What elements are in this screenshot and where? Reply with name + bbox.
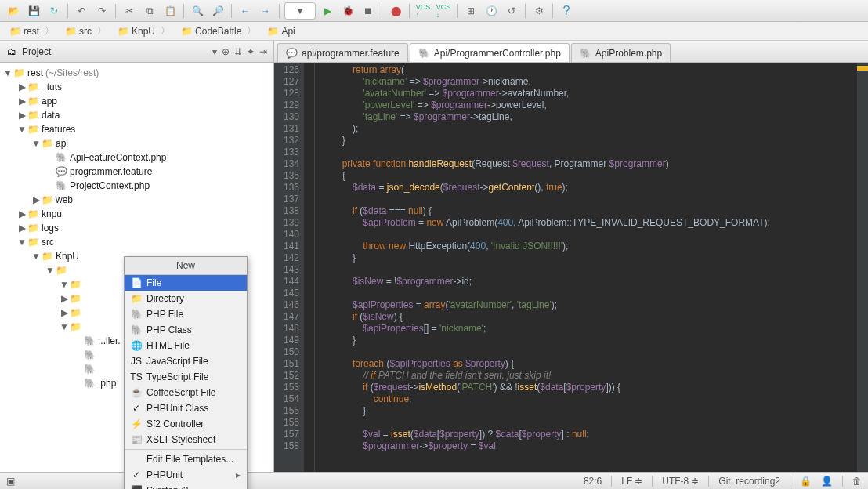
replace-icon[interactable]: 🔎 (209, 2, 226, 20)
tab-api-programmer-feature[interactable]: 💬api/programmer.feature (277, 43, 408, 62)
expand-arrow-icon[interactable]: ▶ (17, 208, 27, 219)
tab-label: api/programmer.feature (302, 48, 400, 59)
open-folder-icon[interactable]: 📂 (5, 2, 22, 20)
tree-item[interactable]: ▶📁app (0, 94, 273, 108)
tree-item[interactable]: 🐘ProjectContext.php (0, 179, 273, 193)
settings-icon[interactable]: ⚙ (530, 2, 548, 20)
expand-arrow-icon[interactable]: ▼ (17, 124, 27, 135)
tree-label: ...ller. (98, 335, 121, 346)
diff-icon[interactable]: ⊞ (462, 2, 479, 20)
tree-item[interactable]: ▼📁features (0, 122, 273, 136)
breadcrumb-src[interactable]: 📁 src〉 (60, 23, 111, 39)
vcs-up-icon[interactable]: VCS↑ (414, 2, 432, 20)
menu-item-html-file[interactable]: 🌐HTML File (125, 338, 247, 353)
lock-icon[interactable]: 🔒 (800, 476, 812, 487)
debug-icon[interactable]: 🐞 (339, 2, 356, 20)
phpunit-icon: ✓ (131, 403, 142, 414)
expand-arrow-icon[interactable]: ▼ (60, 279, 69, 290)
tree-item[interactable]: ▶📁web (0, 193, 273, 207)
menu-item-label: Directory (146, 293, 184, 304)
tree-label: rest (27, 67, 43, 78)
main-toolbar: 📂 💾 ↻ ↶ ↷ ✂ ⧉ 📋 🔍 🔎 ← → ▾ ▶ 🐞 ⏹ ⬤ VCS↑ V… (0, 0, 868, 22)
expand-arrow-icon[interactable]: ▶ (17, 96, 27, 107)
menu-item-sf2-controller[interactable]: ⚡Sf2 Controller (125, 416, 247, 432)
git-branch[interactable]: Git: recording2 (718, 476, 780, 487)
tree-item[interactable]: 💬programmer.feature (0, 165, 273, 179)
project-icon: 🗂 (6, 46, 17, 57)
tool-window-icon[interactable]: ▣ (6, 476, 15, 487)
menu-item-phpunit-class[interactable]: ✓PHPUnit Class (125, 400, 247, 416)
expand-arrow-icon[interactable]: ▶ (17, 223, 27, 234)
copy-icon[interactable]: ⧉ (141, 2, 158, 20)
forward-icon[interactable]: → (257, 2, 274, 20)
back-icon[interactable]: ← (237, 2, 254, 20)
blank-icon (131, 454, 142, 465)
cut-icon[interactable]: ✂ (121, 2, 138, 20)
locate-icon[interactable]: ⊕ (222, 46, 230, 57)
expand-arrow-icon[interactable]: ▼ (17, 237, 27, 248)
expand-arrow-icon[interactable]: ▼ (45, 265, 55, 276)
tree-item[interactable]: ▼📁src (0, 235, 273, 249)
expand-arrow-icon[interactable]: ▶ (17, 82, 27, 92)
tree-item[interactable]: ▼📁rest (~/Sites/rest) (0, 66, 273, 80)
menu-item-typescript-file[interactable]: TSTypeScript File (125, 369, 247, 385)
find-icon[interactable]: 🔍 (189, 2, 206, 20)
breakpoint-icon[interactable]: ⬤ (387, 2, 404, 20)
expand-arrow-icon[interactable]: ▶ (60, 293, 69, 304)
redo-icon[interactable]: ↷ (93, 2, 110, 20)
dropdown-icon[interactable]: ▾ (212, 46, 217, 57)
menu-item-directory[interactable]: 📁Directory (125, 291, 247, 306)
stop-icon[interactable]: ⏹ (360, 2, 377, 20)
code-editor[interactable]: 1261271281291301311321331341351361371381… (274, 63, 868, 472)
expand-arrow-icon[interactable]: ▶ (17, 110, 27, 121)
tab-apiproblem-php[interactable]: 🐘ApiProblem.php (571, 43, 671, 62)
tree-item[interactable]: 🐘ApiFeatureContext.php (0, 150, 273, 165)
line-separator[interactable]: LF ≑ (621, 476, 642, 487)
menu-item-symfony2[interactable]: ⬛Symfony2▸ (125, 483, 247, 489)
breadcrumb-rest[interactable]: 📁 rest〉 (5, 23, 59, 39)
tree-item[interactable]: ▶📁_tuts (0, 80, 273, 94)
expand-arrow-icon[interactable]: ▶ (31, 194, 41, 205)
tree-item[interactable]: ▼📁api (0, 136, 273, 150)
menu-item-coffeescript-file[interactable]: ☕CoffeeScript File (125, 385, 247, 400)
vcs-down-icon[interactable]: VCS↓ (435, 2, 452, 20)
expand-arrow-icon[interactable]: ▶ (60, 307, 69, 318)
menu-item-edit-file-templates-[interactable]: Edit File Templates... (125, 451, 247, 467)
breadcrumb-api[interactable]: 📁 Api (262, 24, 299, 38)
menu-item-javascript-file[interactable]: JSJavaScript File (125, 353, 247, 369)
expand-arrow-icon[interactable]: ▼ (31, 251, 41, 262)
refresh-icon[interactable]: ↻ (45, 2, 63, 20)
encoding[interactable]: UTF-8 ≑ (662, 476, 699, 487)
hide-icon[interactable]: ⇥ (259, 46, 267, 57)
menu-item-file[interactable]: 📄File (125, 275, 247, 291)
menu-item-php-file[interactable]: 🐘PHP File (125, 306, 247, 322)
breadcrumb-knpu[interactable]: 📁 KnpU〉 (113, 23, 175, 39)
menu-item-label: JavaScript File (146, 356, 208, 367)
menu-item-xslt-stylesheet[interactable]: 📰XSLT Stylesheet (125, 432, 247, 447)
gear-icon[interactable]: ✦ (247, 46, 255, 57)
tree-label: app (42, 96, 57, 107)
tree-item[interactable]: ▶📁data (0, 108, 273, 122)
tab-api-programmercontroller-php[interactable]: 🐘Api/ProgrammerController.php (410, 43, 570, 62)
undo-icon[interactable]: ↶ (73, 2, 90, 20)
expand-arrow-icon[interactable]: ▼ (60, 321, 69, 332)
trash-icon[interactable]: 🗑 (852, 476, 862, 487)
tree-item[interactable]: ▶📁logs (0, 221, 273, 235)
code-content[interactable]: return array( 'nickname' => $programmer-… (315, 63, 857, 472)
breadcrumb-codebattle[interactable]: 📁 CodeBattle〉 (176, 23, 261, 39)
run-config-dropdown[interactable]: ▾ (284, 2, 316, 20)
expand-arrow-icon[interactable]: ▼ (3, 67, 13, 78)
help-icon[interactable]: ? (558, 2, 575, 20)
menu-item-php-class[interactable]: 🐘PHP Class (125, 322, 247, 338)
revert-icon[interactable]: ↺ (503, 2, 520, 20)
inspector-icon[interactable]: 👤 (821, 476, 833, 487)
paste-icon[interactable]: 📋 (161, 2, 179, 20)
expand-arrow-icon[interactable]: ▼ (31, 138, 41, 149)
run-icon[interactable]: ▶ (319, 2, 336, 20)
collapse-icon[interactable]: ⇊ (234, 46, 242, 57)
tree-item[interactable]: ▶📁knpu (0, 207, 273, 221)
menu-item-phpunit[interactable]: ✓PHPUnit▸ (125, 467, 247, 483)
save-icon[interactable]: 💾 (25, 2, 42, 20)
cursor-position[interactable]: 82:6 (584, 476, 602, 487)
history-icon[interactable]: 🕐 (483, 2, 500, 20)
